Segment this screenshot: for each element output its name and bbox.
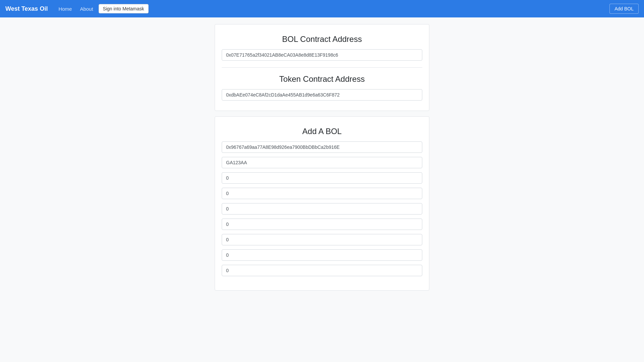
navbar-brand[interactable]: West Texas Oil <box>5 5 48 12</box>
bol-field-2-input[interactable] <box>222 188 422 199</box>
token-contract-title: Token Contract Address <box>222 74 422 84</box>
add-bol-title: Add A BOL <box>222 127 422 136</box>
bol-contract-card: BOL Contract Address Token Contract Addr… <box>215 24 429 111</box>
bol-contract-title: BOL Contract Address <box>222 35 422 44</box>
bol-field-4-input[interactable] <box>222 219 422 230</box>
bol-id-input[interactable] <box>222 157 422 168</box>
bol-address-input[interactable] <box>222 141 422 153</box>
token-contract-address-input[interactable] <box>222 89 422 101</box>
bol-field-6-input[interactable] <box>222 249 422 261</box>
bol-field-7-input[interactable] <box>222 265 422 276</box>
navbar: West Texas Oil Home About Sign into Meta… <box>0 0 644 17</box>
nav-link-home[interactable]: Home <box>56 4 74 14</box>
bol-field-1-input[interactable] <box>222 172 422 184</box>
bol-contract-address-input[interactable] <box>222 49 422 61</box>
navbar-right: Add BOL <box>609 4 639 14</box>
main-container: BOL Contract Address Token Contract Addr… <box>215 17 429 297</box>
add-bol-nav-button[interactable]: Add BOL <box>609 4 639 14</box>
bol-field-3-input[interactable] <box>222 203 422 215</box>
bol-field-5-input[interactable] <box>222 234 422 245</box>
nav-link-about[interactable]: About <box>77 4 96 14</box>
sign-metamask-button[interactable]: Sign into Metamask <box>99 4 149 13</box>
section-divider <box>222 67 422 68</box>
navbar-nav: Home About Sign into Metamask <box>56 4 609 14</box>
add-bol-section: Add A BOL <box>215 116 429 291</box>
